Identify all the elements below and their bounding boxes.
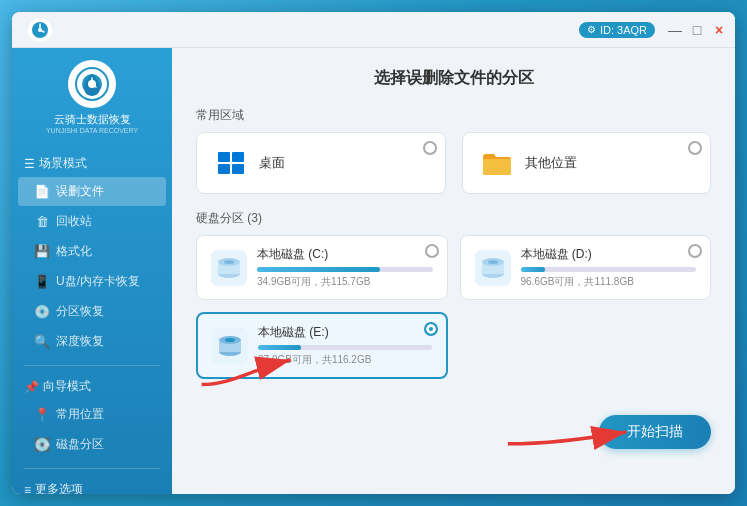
deep-icon: 🔍 xyxy=(34,334,50,350)
disk-d-size: 96.6GB可用，共111.8GB xyxy=(521,275,697,289)
other-radio[interactable] xyxy=(688,141,702,155)
disk-d-radio[interactable] xyxy=(688,244,702,258)
location-icon: 📍 xyxy=(34,407,50,423)
app-body: 云骑士数据恢复 YUNJISHI DATA RECOVERY ☰ 场景模式 📄 … xyxy=(12,48,735,494)
sidebar-divider-2 xyxy=(24,468,160,469)
disk-d-bar-fill xyxy=(521,267,546,272)
svg-rect-7 xyxy=(218,164,230,174)
scene-mode-header: ☰ 场景模式 xyxy=(12,151,172,176)
sidebar-item-recycle-bin[interactable]: 🗑 回收站 xyxy=(18,207,166,236)
common-area: 桌面 其他位置 xyxy=(196,132,711,194)
desktop-name: 桌面 xyxy=(259,154,285,172)
other-location-card[interactable]: 其他位置 xyxy=(462,132,712,194)
disk-c-bar-bg xyxy=(257,267,433,272)
sidebar-item-sd-card[interactable]: 📱 U盘/内存卡恢复 xyxy=(18,267,166,296)
disk-c-bar-fill xyxy=(257,267,380,272)
disk-c-size: 34.9GB可用，共115.7GB xyxy=(257,275,433,289)
desktop-icon xyxy=(213,145,249,181)
svg-rect-8 xyxy=(232,164,244,174)
sidebar-logo: 云骑士数据恢复 YUNJISHI DATA RECOVERY xyxy=(12,48,172,147)
disk-e-bar-bg xyxy=(258,345,432,350)
svg-point-16 xyxy=(488,260,498,264)
desktop-radio[interactable] xyxy=(423,141,437,155)
disk-e-radio[interactable] xyxy=(424,322,438,336)
svg-rect-6 xyxy=(232,152,244,162)
disk-grid: 本地磁盘 (C:) 34.9GB可用，共115.7GB xyxy=(196,235,711,379)
sidebar-item-partition[interactable]: 💿 分区恢复 xyxy=(18,297,166,326)
svg-rect-5 xyxy=(218,152,230,162)
id-label: ID: 3AQR xyxy=(600,24,647,36)
disk-c-name: 本地磁盘 (C:) xyxy=(257,246,433,263)
common-section-label: 常用区域 xyxy=(196,107,711,124)
more-options-header: ≡ 更多选项 xyxy=(12,477,172,494)
svg-point-20 xyxy=(225,338,235,342)
other-location-name: 其他位置 xyxy=(525,154,577,172)
desktop-card[interactable]: 桌面 xyxy=(196,132,446,194)
scene-mode-icon: ☰ xyxy=(24,157,35,171)
title-bar-left xyxy=(28,18,52,42)
sidebar-item-format[interactable]: 💾 格式化 xyxy=(18,237,166,266)
disk-e-name: 本地磁盘 (E:) xyxy=(258,324,432,341)
page-title: 选择误删除文件的分区 xyxy=(196,68,711,89)
svg-point-12 xyxy=(224,260,234,264)
main-window: ⚙ ID: 3AQR — □ × xyxy=(12,12,735,494)
disk-e-bar-fill xyxy=(258,345,301,350)
sidebar: 云骑士数据恢复 YUNJISHI DATA RECOVERY ☰ 场景模式 📄 … xyxy=(12,48,172,494)
guide-mode-header: 📌 向导模式 xyxy=(12,374,172,399)
sidebar-item-disk-partition[interactable]: 💽 磁盘分区 xyxy=(18,430,166,459)
disk-c-icon xyxy=(211,250,247,286)
title-bar: ⚙ ID: 3AQR — □ × xyxy=(12,12,735,48)
svg-point-1 xyxy=(38,28,42,32)
maximize-button[interactable]: □ xyxy=(689,22,705,38)
disk-d-name: 本地磁盘 (D:) xyxy=(521,246,697,263)
disk-card-e[interactable]: 本地磁盘 (E:) 87.0GB可用，共116.2GB xyxy=(196,312,448,379)
disk-icon: 💽 xyxy=(34,437,50,453)
file-icon: 📄 xyxy=(34,184,50,200)
start-scan-button[interactable]: 开始扫描 xyxy=(599,415,711,449)
logo-icon xyxy=(68,60,116,108)
more-options-section: ≡ 更多选项 💬 联系客服 ❓ 帮助中心 ℹ 关于我们 📥 导入工程 xyxy=(12,473,172,494)
disk-d-icon xyxy=(475,250,511,286)
minimize-button[interactable]: — xyxy=(667,22,683,38)
disk-e-icon xyxy=(212,328,248,364)
app-name: 云骑士数据恢复 YUNJISHI DATA RECOVERY xyxy=(46,112,138,135)
disk-card-c[interactable]: 本地磁盘 (C:) 34.9GB可用，共115.7GB xyxy=(196,235,448,300)
guide-icon: 📌 xyxy=(24,380,39,394)
disk-c-radio[interactable] xyxy=(425,244,439,258)
close-button[interactable]: × xyxy=(711,22,727,38)
disk-card-d[interactable]: 本地磁盘 (D:) 96.6GB可用，共111.8GB xyxy=(460,235,712,300)
scene-mode-section: ☰ 场景模式 📄 误删文件 🗑 回收站 💾 格式化 📱 U盘/内存卡 xyxy=(12,147,172,361)
folder-icon xyxy=(479,145,515,181)
more-icon: ≡ xyxy=(24,483,31,494)
partition-icon: 💿 xyxy=(34,304,50,320)
title-controls: — □ × xyxy=(667,22,727,38)
sidebar-item-common-location[interactable]: 📍 常用位置 xyxy=(18,400,166,429)
main-content: 选择误删除文件的分区 常用区域 桌面 xyxy=(172,48,735,494)
format-icon: 💾 xyxy=(34,244,50,260)
disk-d-bar-bg xyxy=(521,267,697,272)
recycle-icon: 🗑 xyxy=(34,214,50,230)
sdcard-icon: 📱 xyxy=(34,274,50,290)
id-badge: ⚙ ID: 3AQR xyxy=(579,22,655,38)
disk-section-label: 硬盘分区 (3) xyxy=(196,210,711,227)
sidebar-item-deep-recovery[interactable]: 🔍 深度恢复 xyxy=(18,327,166,356)
app-logo-small xyxy=(28,18,52,42)
guide-mode-section: 📌 向导模式 📍 常用位置 💽 磁盘分区 xyxy=(12,370,172,464)
disk-e-size: 87.0GB可用，共116.2GB xyxy=(258,353,432,367)
sidebar-divider-1 xyxy=(24,365,160,366)
sidebar-item-deleted-files[interactable]: 📄 误删文件 xyxy=(18,177,166,206)
